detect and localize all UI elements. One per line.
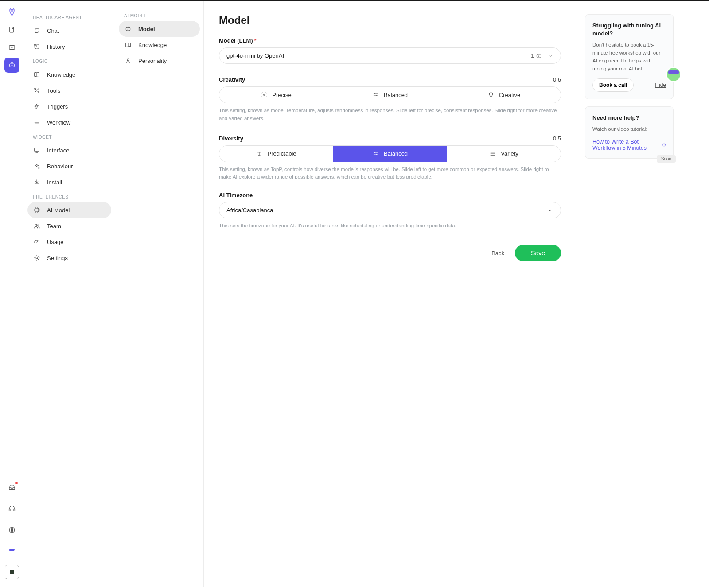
rail-item-globe[interactable]	[4, 522, 19, 537]
chip-icon	[33, 206, 41, 214]
sidebar-item-behaviour[interactable]: Behaviour	[27, 158, 111, 174]
tools-icon	[33, 86, 41, 94]
segment-label: Predictable	[267, 150, 296, 157]
hide-card-link[interactable]: Hide	[655, 82, 666, 88]
sidebar-item-triggers[interactable]: Triggers	[27, 98, 111, 114]
sidebar-item-label: Team	[47, 223, 61, 230]
target-icon	[261, 91, 268, 98]
diversity-segmented: Predictable Balanced Variety	[219, 145, 561, 162]
segment-label: Balanced	[384, 92, 408, 98]
model-select[interactable]: gpt-4o-mini by OpenAI 1	[219, 47, 561, 64]
timezone-select[interactable]: Africa/Casablanca	[219, 202, 561, 218]
diversity-value: 0.5	[553, 135, 561, 142]
chat-icon	[33, 27, 41, 35]
svg-point-31	[376, 154, 377, 155]
sidebar-item-workflow[interactable]: Workflow	[27, 114, 111, 130]
sidebar-item-team[interactable]: Team	[27, 218, 111, 234]
svg-point-30	[374, 152, 375, 153]
svg-rect-16	[35, 148, 39, 151]
workflow-icon	[33, 118, 41, 126]
subnav-item-knowledge[interactable]: Knowledge	[119, 37, 200, 53]
sidebar-item-label: Behaviour	[47, 163, 73, 170]
diversity-option-variety[interactable]: Variety	[447, 146, 561, 162]
help-card-tutorial: Need more help? Watch our video tutorial…	[585, 106, 674, 159]
diversity-option-predictable[interactable]: Predictable	[219, 146, 333, 162]
subnav-item-personality[interactable]: Personality	[119, 53, 200, 69]
list-icon	[489, 150, 496, 157]
creativity-label: Creativity	[219, 76, 245, 83]
sidebar-item-usage[interactable]: Usage	[27, 234, 111, 250]
creativity-option-creative[interactable]: Creative	[447, 87, 561, 103]
subnav-label: AI MODEL	[119, 11, 200, 21]
svg-point-19	[37, 225, 39, 226]
sidebar-item-chat[interactable]: Chat	[27, 23, 111, 39]
svg-point-24	[127, 59, 129, 61]
rail-item-support[interactable]	[4, 501, 19, 516]
segment-label: Balanced	[384, 150, 408, 157]
back-button[interactable]: Back	[491, 250, 504, 257]
creativity-option-balanced[interactable]: Balanced	[333, 87, 447, 103]
diversity-option-balanced[interactable]: Balanced	[333, 146, 447, 162]
svg-point-26	[538, 55, 538, 55]
save-button[interactable]: Save	[515, 245, 561, 261]
svg-rect-8	[9, 509, 10, 511]
help-card-tuning: Struggling with tuning AI model? Don't h…	[585, 14, 674, 99]
sidebar-item-label: Workflow	[47, 119, 70, 126]
creativity-option-precise[interactable]: Precise	[219, 87, 333, 103]
svg-rect-12	[14, 549, 15, 550]
notification-dot	[15, 482, 18, 484]
sidebar-item-install[interactable]: Install	[27, 174, 111, 190]
team-icon	[33, 222, 41, 230]
robot-icon	[124, 25, 132, 33]
svg-point-28	[374, 93, 375, 94]
segment-label: Precise	[272, 92, 291, 98]
sidebar-item-label: Install	[47, 179, 62, 186]
sidebar-item-label: Triggers	[47, 103, 68, 110]
type-icon	[256, 150, 263, 157]
svg-point-33	[491, 153, 491, 154]
sidebar-item-label: Tools	[47, 87, 60, 94]
svg-point-18	[35, 224, 37, 226]
model-field-label: Model (LLM) *	[219, 37, 561, 44]
sliders-icon	[372, 150, 379, 157]
sidebar-item-settings[interactable]: Settings	[27, 250, 111, 266]
app-logo[interactable]	[6, 6, 18, 18]
sliders-icon	[372, 91, 379, 98]
sidebar-item-tools[interactable]: Tools	[27, 82, 111, 98]
sidebar-item-label: Settings	[47, 255, 68, 261]
svg-point-29	[376, 95, 377, 96]
rail-item-docs[interactable]	[4, 22, 19, 37]
group-label-agent: HEALTHCARE AGENT	[27, 12, 111, 23]
sidebar-item-label: Usage	[47, 239, 64, 245]
svg-point-22	[127, 29, 127, 29]
creativity-value: 0.6	[553, 76, 561, 83]
sidebar-item-knowledge[interactable]: Knowledge	[27, 66, 111, 82]
sidebar-item-history[interactable]: History	[27, 39, 111, 55]
sidebar-item-interface[interactable]: Interface	[27, 142, 111, 158]
timezone-label: AI Timezone	[219, 192, 253, 199]
book-call-button[interactable]: Book a call	[592, 78, 634, 92]
history-icon	[33, 43, 41, 51]
rail-item-video[interactable]	[4, 40, 19, 55]
svg-point-34	[491, 155, 491, 155]
card-body: Watch our video tutorial:	[592, 125, 666, 133]
svg-rect-9	[14, 509, 15, 511]
model-count-badge: 1	[531, 53, 542, 59]
sidebar-item-label: AI Model	[47, 207, 70, 214]
svg-rect-17	[35, 208, 39, 212]
person-icon	[124, 57, 132, 65]
group-label-logic: LOGIC	[27, 56, 111, 66]
main-content: Model Model (LLM) * gpt-4o-mini by OpenA…	[204, 1, 576, 587]
bolt-icon	[33, 102, 41, 110]
model-select-value: gpt-4o-mini by OpenAI	[226, 52, 284, 59]
rail-item-inbox[interactable]	[4, 480, 19, 495]
rail-item-agent[interactable]	[4, 58, 19, 73]
subnav-item-label: Model	[138, 26, 155, 32]
rail-item-battery[interactable]	[4, 544, 19, 559]
tutorial-link[interactable]: How to Write a Bot Workflow in 5 Minutes	[592, 139, 666, 151]
subnav-item-model[interactable]: Model	[119, 21, 200, 37]
rail-item-avatar[interactable]	[5, 565, 19, 579]
bulb-icon	[487, 91, 495, 98]
svg-point-1	[12, 9, 13, 10]
sidebar-item-ai-model[interactable]: AI Model	[27, 202, 111, 218]
